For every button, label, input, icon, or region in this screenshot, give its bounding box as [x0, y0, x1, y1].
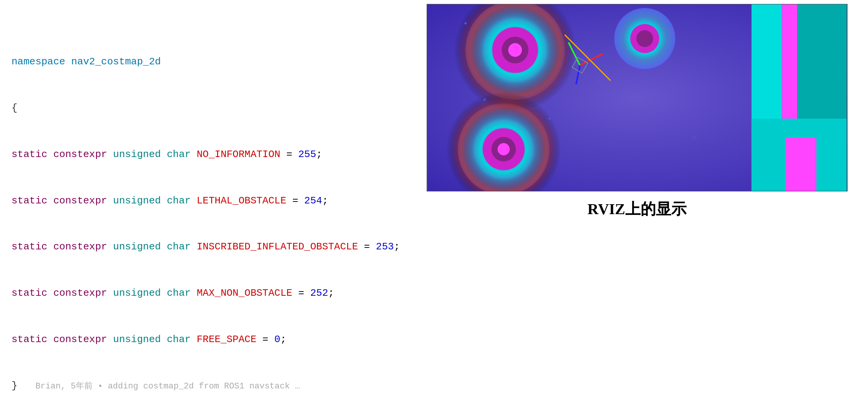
namespace-keyword: namespace — [11, 56, 65, 67]
const-line-3: static constexpr unsigned char INSCRIBED… — [11, 239, 394, 254]
const-line-4: static constexpr unsigned char MAX_NON_O… — [11, 285, 394, 301]
svg-point-29 — [483, 98, 486, 101]
namespace-line: namespace nav2_costmap_2d — [11, 54, 394, 69]
rviz-title: RVIZ上的显示 — [587, 198, 687, 220]
const-line-1: static constexpr unsigned char NO_INFORM… — [11, 147, 394, 162]
svg-point-28 — [548, 118, 550, 120]
open-brace-ns: { — [11, 100, 394, 116]
svg-point-26 — [597, 79, 600, 82]
right-panel: RVIZ上的显示 — [406, 0, 868, 408]
left-panel: namespace nav2_costmap_2d { static const… — [0, 0, 406, 408]
const-line-2: static constexpr unsigned char LETHAL_OB… — [11, 193, 394, 208]
svg-point-25 — [464, 22, 466, 25]
code-namespace: namespace nav2_costmap_2d { static const… — [11, 8, 394, 408]
const-line-5: static constexpr unsigned char FREE_SPAC… — [11, 332, 394, 347]
namespace-name: nav2_costmap_2d — [71, 56, 161, 67]
rviz-svg — [427, 4, 847, 191]
svg-point-27 — [692, 136, 696, 140]
svg-point-17 — [636, 30, 653, 47]
close-brace-blame-ns: } Brian, 5年前 • adding costmap_2d from RO… — [11, 378, 394, 393]
svg-rect-6 — [786, 138, 816, 191]
rviz-visualization — [427, 4, 848, 192]
